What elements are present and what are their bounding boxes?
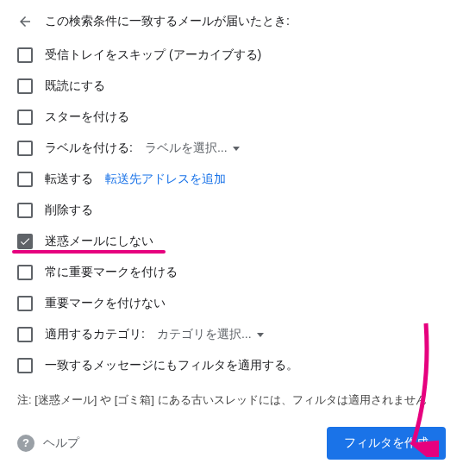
select-label: ラベルを選択... — [145, 141, 228, 156]
option-label: 受信トレイをスキップ (アーカイブする) — [45, 47, 261, 63]
option-label: 転送する — [45, 172, 93, 187]
link-forward[interactable]: 転送先アドレスを追加 — [105, 172, 226, 187]
dialog-title: この検索条件に一致するメールが届いたとき: — [45, 14, 290, 29]
option-row-apply-matching: 一致するメッセージにもフィルタを適用する。 — [17, 350, 446, 381]
option-label: スターを付ける — [45, 110, 129, 125]
option-label: 重要マークを付けない — [45, 296, 166, 311]
option-row-category: 適用するカテゴリ:カテゴリを選択... — [17, 319, 446, 350]
select-category[interactable]: カテゴリを選択... — [157, 327, 264, 342]
checkbox-forward[interactable] — [17, 172, 33, 187]
highlight-underline-annotation — [12, 250, 166, 254]
create-filter-button[interactable]: フィルタを作成 — [327, 427, 446, 460]
option-label: ラベルを付ける: — [45, 141, 133, 156]
option-label: 迷惑メールにしない — [45, 234, 153, 249]
checkbox-star[interactable] — [17, 110, 33, 125]
option-row-forward: 転送する転送先アドレスを追加 — [17, 164, 446, 195]
footer-note: 注: [迷惑メール] や [ゴミ箱] にある古いスレッドには、フィルタは適用され… — [17, 391, 446, 410]
option-row-skip-inbox: 受信トレイをスキップ (アーカイブする) — [17, 40, 446, 71]
option-label: 削除する — [45, 203, 93, 218]
help-label: ヘルプ — [43, 435, 79, 451]
checkbox-apply-label[interactable] — [17, 141, 33, 156]
option-label: 既読にする — [45, 78, 105, 94]
option-row-never-important: 重要マークを付けない — [17, 288, 446, 319]
checkbox-never-spam[interactable] — [17, 234, 33, 249]
checkbox-category[interactable] — [17, 327, 33, 342]
checkbox-always-important[interactable] — [17, 265, 33, 280]
chevron-down-icon — [233, 147, 240, 151]
checkbox-never-important[interactable] — [17, 296, 33, 311]
option-row-star: スターを付ける — [17, 102, 446, 133]
option-row-mark-read: 既読にする — [17, 71, 446, 102]
select-apply-label[interactable]: ラベルを選択... — [145, 141, 240, 156]
option-label: 適用するカテゴリ: — [45, 327, 145, 342]
option-row-delete: 削除する — [17, 195, 446, 226]
help-icon: ? — [17, 435, 34, 452]
checkbox-delete[interactable] — [17, 203, 33, 218]
back-arrow-icon[interactable] — [17, 14, 33, 29]
chevron-down-icon — [257, 333, 264, 337]
option-row-always-important: 常に重要マークを付ける — [17, 257, 446, 288]
checkbox-apply-matching[interactable] — [17, 358, 33, 373]
checkbox-skip-inbox[interactable] — [17, 47, 33, 63]
option-label: 常に重要マークを付ける — [45, 265, 178, 280]
option-row-apply-label: ラベルを付ける:ラベルを選択... — [17, 133, 446, 164]
select-label: カテゴリを選択... — [157, 327, 252, 342]
checkbox-mark-read[interactable] — [17, 78, 33, 94]
option-label: 一致するメッセージにもフィルタを適用する。 — [45, 358, 298, 373]
help-link[interactable]: ? ヘルプ — [17, 435, 79, 452]
